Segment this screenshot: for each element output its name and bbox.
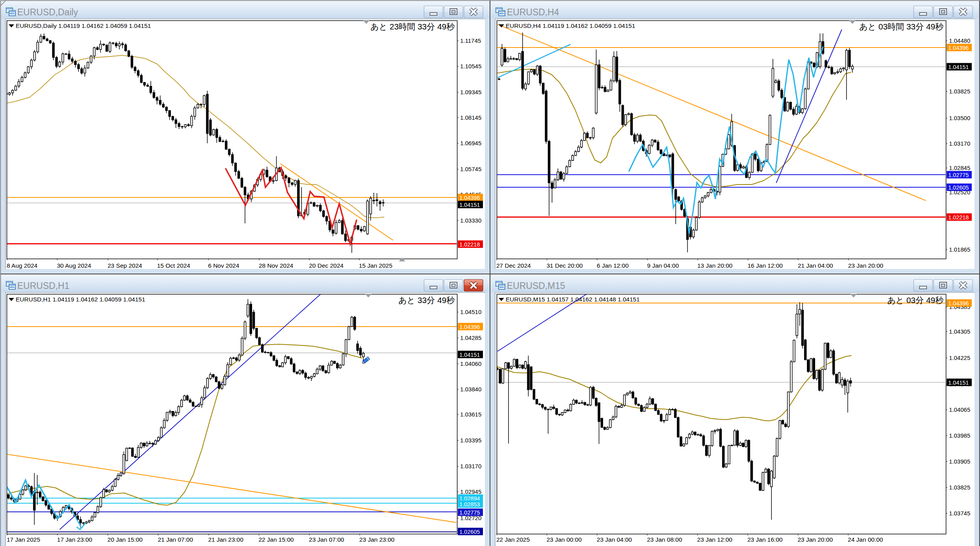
svg-text:22 Jan 2025: 22 Jan 2025 [496, 536, 530, 543]
svg-text:21 Jan 04:00: 21 Jan 04:00 [798, 262, 833, 269]
svg-text:1.02845: 1.02845 [949, 164, 970, 171]
svg-text:8 Aug 2024: 8 Aug 2024 [7, 262, 38, 269]
svg-text:23 Jan 23:00: 23 Jan 23:00 [359, 536, 395, 543]
svg-text:1.04225: 1.04225 [949, 354, 970, 361]
svg-text:23 Jan 20:00: 23 Jan 20:00 [848, 262, 883, 269]
svg-text:1.04396: 1.04396 [948, 300, 969, 307]
svg-text:17 Jan 2025: 17 Jan 2025 [7, 536, 40, 543]
svg-text:1.02775: 1.02775 [459, 509, 480, 516]
svg-text:21 Jan 23:00: 21 Jan 23:00 [208, 536, 243, 543]
svg-text:20 Dec 2024: 20 Dec 2024 [309, 262, 344, 269]
svg-text:1.04480: 1.04480 [949, 37, 970, 44]
svg-text:EURUSD,Daily 1.04119 1.04162: EURUSD,Daily 1.04119 1.04162 1.04059 1.0… [16, 22, 151, 29]
svg-text:1.03905: 1.03905 [949, 458, 970, 465]
svg-text:1.05745: 1.05745 [460, 166, 481, 172]
svg-text:あと 23時間 33分 49秒: あと 23時間 33分 49秒 [370, 22, 455, 31]
svg-text:1.08145: 1.08145 [460, 114, 481, 121]
svg-text:EURUSD,H1: EURUSD,H1 [17, 281, 69, 291]
svg-text:EURUSD,M15: EURUSD,M15 [507, 281, 565, 291]
svg-text:23 Sep 2024: 23 Sep 2024 [108, 262, 142, 269]
svg-text:20 Jan 15:00: 20 Jan 15:00 [108, 536, 143, 543]
svg-text:EURUSD,Daily: EURUSD,Daily [17, 7, 78, 17]
svg-text:15 Oct 2024: 15 Oct 2024 [157, 262, 190, 269]
svg-text:9 Jan 04:00: 9 Jan 04:00 [647, 262, 679, 269]
svg-text:23 Jan 04:00: 23 Jan 04:00 [597, 536, 632, 543]
svg-text:1.02218: 1.02218 [948, 214, 969, 221]
svg-text:30 Aug 2024: 30 Aug 2024 [57, 262, 91, 269]
svg-text:6 Nov 2024: 6 Nov 2024 [208, 262, 240, 269]
svg-text:15 Jan 2025: 15 Jan 2025 [359, 262, 392, 269]
svg-text:1.04151: 1.04151 [948, 64, 969, 70]
svg-text:1.04060: 1.04060 [460, 360, 481, 367]
svg-text:1.01865: 1.01865 [949, 246, 970, 253]
svg-text:23 Jan 00:00: 23 Jan 00:00 [547, 536, 582, 543]
svg-text:23 Jan 07:00: 23 Jan 07:00 [309, 536, 344, 543]
svg-text:1.04151: 1.04151 [459, 352, 480, 358]
svg-text:1.04305: 1.04305 [949, 328, 970, 335]
svg-text:1.03825: 1.03825 [949, 88, 970, 95]
svg-text:1.03825: 1.03825 [949, 484, 970, 491]
svg-text:1.03170: 1.03170 [949, 140, 970, 147]
svg-text:EURUSD,H1 1.04119 1.04162 1.0: EURUSD,H1 1.04119 1.04162 1.04059 1.0415… [16, 296, 145, 303]
svg-text:1.04151: 1.04151 [948, 380, 969, 386]
svg-text:EURUSD,M15 1.04157 1.04162 1.: EURUSD,M15 1.04157 1.04162 1.04148 1.041… [506, 296, 640, 303]
svg-text:1.03615: 1.03615 [460, 411, 481, 418]
svg-text:1.02853: 1.02853 [459, 501, 480, 508]
svg-text:1.04151: 1.04151 [459, 202, 480, 208]
svg-text:22 Jan 15:00: 22 Jan 15:00 [259, 536, 294, 543]
svg-text:1.03840: 1.03840 [460, 386, 481, 393]
svg-text:EURUSD,H4 1.04119 1.04162 1.0: EURUSD,H4 1.04119 1.04162 1.04059 1.0415… [506, 22, 635, 29]
svg-text:EURUSD,H4: EURUSD,H4 [507, 7, 559, 17]
svg-text:31 Dec 20:00: 31 Dec 20:00 [547, 262, 583, 269]
svg-text:1.03395: 1.03395 [460, 437, 481, 444]
svg-text:27 Dec 2024: 27 Dec 2024 [496, 262, 531, 269]
svg-text:23 Jan 16:00: 23 Jan 16:00 [748, 536, 783, 543]
svg-text:1.03170: 1.03170 [460, 463, 481, 469]
svg-text:1.10545: 1.10545 [460, 63, 481, 69]
svg-text:23 Jan 08:00: 23 Jan 08:00 [647, 536, 682, 543]
svg-text:1.03985: 1.03985 [949, 432, 970, 439]
svg-text:あと 33分 49秒: あと 33分 49秒 [399, 296, 455, 305]
svg-text:1.02605: 1.02605 [459, 529, 480, 535]
svg-text:1.03330: 1.03330 [460, 217, 481, 224]
svg-text:1.11745: 1.11745 [460, 37, 481, 44]
svg-text:1.04065: 1.04065 [949, 406, 970, 413]
svg-text:1.02775: 1.02775 [948, 172, 969, 178]
svg-text:23 Jan 12:00: 23 Jan 12:00 [697, 536, 733, 543]
svg-text:1.03500: 1.03500 [949, 115, 970, 121]
svg-text:23 Jan 20:00: 23 Jan 20:00 [797, 536, 833, 543]
svg-text:1.04396: 1.04396 [459, 195, 480, 201]
svg-text:1.04510: 1.04510 [460, 309, 481, 315]
svg-text:1.02605: 1.02605 [948, 184, 969, 191]
svg-text:1.04285: 1.04285 [460, 334, 481, 341]
svg-text:1.02218: 1.02218 [459, 241, 480, 248]
svg-text:6 Jan 12:00: 6 Jan 12:00 [597, 262, 629, 269]
svg-text:1.02945: 1.02945 [460, 488, 481, 495]
svg-text:28 Nov 2024: 28 Nov 2024 [259, 262, 293, 269]
svg-text:1.06945: 1.06945 [460, 140, 481, 146]
svg-text:1.04396: 1.04396 [459, 324, 480, 330]
svg-text:1.03745: 1.03745 [949, 510, 970, 517]
svg-text:17 Jan 23:00: 17 Jan 23:00 [57, 536, 92, 543]
svg-text:13 Jan 20:00: 13 Jan 20:00 [697, 262, 733, 269]
svg-text:21 Jan 07:00: 21 Jan 07:00 [158, 536, 193, 543]
svg-text:1.09345: 1.09345 [460, 89, 481, 95]
svg-text:16 Jan 12:00: 16 Jan 12:00 [748, 262, 783, 269]
svg-text:あと 03時間 33分 49秒: あと 03時間 33分 49秒 [859, 22, 943, 31]
svg-text:1.04396: 1.04396 [948, 45, 969, 51]
svg-text:24 Jan 00:00: 24 Jan 00:00 [848, 536, 883, 543]
svg-text:あと 03分 49秒: あと 03分 49秒 [887, 296, 943, 305]
